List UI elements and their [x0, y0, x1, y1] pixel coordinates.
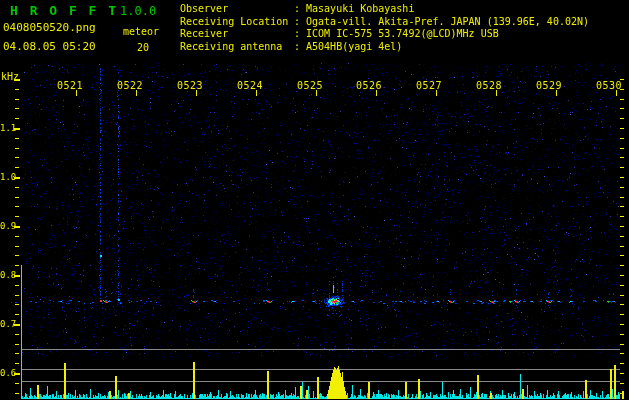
info-label: Receiving antenna	[180, 41, 294, 54]
info-label: Observer	[180, 3, 294, 16]
freq-label: 0.9	[0, 221, 14, 231]
info-row: Observer: Masayuki Kobayashi	[180, 3, 589, 16]
time-label: 0527	[416, 80, 442, 91]
app-version: 1.0.0	[120, 4, 156, 18]
info-value: : ICOM IC-575 53.7492(@LCD)MHz USB	[294, 28, 499, 39]
hrofft-window: H R O F F T 1.0.0 0408050520.png meteor …	[0, 0, 629, 400]
spectrogram-canvas	[0, 0, 629, 400]
time-label: 0522	[117, 80, 143, 91]
time-label: 0524	[237, 80, 263, 91]
meteor-count: 20	[137, 42, 149, 53]
freq-label: 1.0	[0, 172, 14, 182]
time-label: 0530	[596, 80, 622, 91]
station-info: Observer: Masayuki KobayashiReceiving Lo…	[180, 3, 589, 53]
time-label: 0529	[536, 80, 562, 91]
mode-label: meteor	[123, 26, 159, 37]
freq-label: 1.1	[0, 123, 14, 133]
time-label: 0525	[297, 80, 323, 91]
app-title: H R O F F T	[10, 3, 118, 18]
freq-label: 0.6	[0, 368, 14, 378]
info-value: : Masayuki Kobayashi	[294, 3, 414, 14]
freq-label: 0.7	[0, 319, 14, 329]
output-filename: 0408050520.png	[3, 21, 96, 34]
info-row: Receiving antenna: A504HB(yagi 4el)	[180, 41, 589, 54]
time-label: 0523	[177, 80, 203, 91]
time-label: 0526	[356, 80, 382, 91]
time-label: 0528	[476, 80, 502, 91]
info-value: : Ogata-vill. Akita-Pref. JAPAN (139.96E…	[294, 16, 589, 27]
info-label: Receiver	[180, 28, 294, 41]
info-label: Receiving Location	[180, 16, 294, 29]
freq-unit-label: kHz	[1, 71, 19, 82]
info-row: Receiving Location: Ogata-vill. Akita-Pr…	[180, 16, 589, 29]
observation-datetime: 04.08.05 05:20	[3, 40, 96, 53]
time-label: 0521	[57, 80, 83, 91]
info-value: : A504HB(yagi 4el)	[294, 41, 402, 52]
info-row: Receiver: ICOM IC-575 53.7492(@LCD)MHz U…	[180, 28, 589, 41]
freq-label: 0.8	[0, 270, 14, 280]
